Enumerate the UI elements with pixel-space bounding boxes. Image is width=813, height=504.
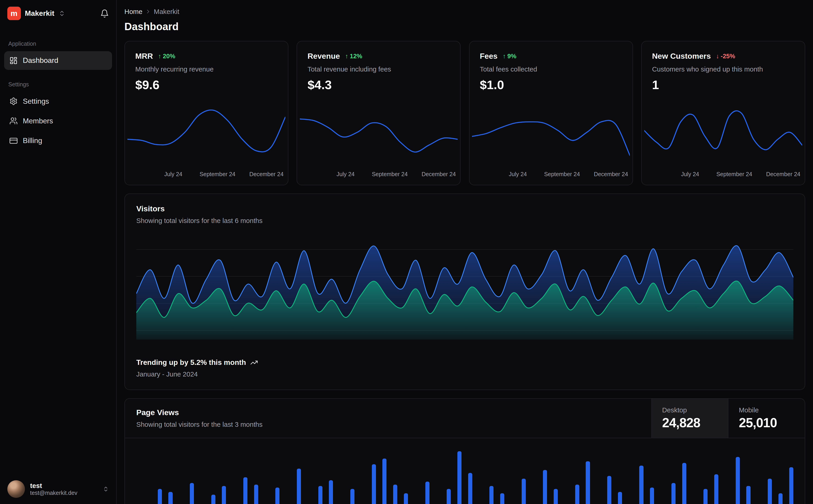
bar xyxy=(778,493,783,504)
mobile-stat-value: 25,010 xyxy=(739,415,794,430)
sidebar-item-label: Members xyxy=(23,117,53,125)
bar xyxy=(329,480,333,504)
page-views-title: Page Views xyxy=(136,408,640,417)
x-axis-label: December 24 xyxy=(766,171,800,178)
stat-title: MRR xyxy=(135,52,153,61)
sparkline-wrap: July 24September 24December 24 xyxy=(469,100,633,178)
bar xyxy=(704,489,708,504)
bar xyxy=(489,486,493,504)
trend-percent: 20% xyxy=(163,53,175,60)
sparkline-chart xyxy=(644,100,802,167)
breadcrumb-current: Makerkit xyxy=(154,8,179,16)
visitors-period: January - June 2024 xyxy=(136,370,793,378)
bar xyxy=(190,483,194,504)
sidebar-item-settings[interactable]: Settings xyxy=(4,92,112,111)
trending-up-icon xyxy=(250,359,258,366)
stat-description: Customers who signed up this month xyxy=(642,65,805,73)
dashboard-icon xyxy=(9,56,18,65)
stat-value: 1 xyxy=(642,78,805,92)
bar xyxy=(768,479,772,504)
settings-nav: Settings Members Billing xyxy=(0,92,116,150)
bar xyxy=(736,457,740,504)
x-axis-label: September 24 xyxy=(544,171,580,178)
bar xyxy=(468,473,472,504)
trend-percent: 9% xyxy=(507,53,516,60)
stat-description: Total revenue including fees xyxy=(297,65,460,73)
x-axis-label: December 24 xyxy=(249,171,284,178)
stat-title: Revenue xyxy=(308,52,340,61)
sidebar-item-label: Settings xyxy=(23,97,49,106)
sidebar-item-members[interactable]: Members xyxy=(4,112,112,130)
visitors-area-chart xyxy=(136,238,793,340)
bar xyxy=(586,461,590,504)
visitors-card: Visitors Showing total visitors for the … xyxy=(124,194,805,390)
bar xyxy=(554,489,558,504)
trend-arrow-icon: ↑ xyxy=(503,53,506,60)
trend-arrow-icon: ↑ xyxy=(158,53,161,60)
x-axis-label: July 24 xyxy=(681,171,699,178)
bar xyxy=(500,493,504,504)
x-axis-label: December 24 xyxy=(421,171,456,178)
visitors-trend-text: Trending up by 5.2% this month xyxy=(136,358,246,367)
user-menu-button[interactable]: test test@makerkit.dev xyxy=(0,474,116,504)
x-axis-label: July 24 xyxy=(164,171,182,178)
mobile-stat-label: Mobile xyxy=(739,406,794,414)
user-info: test test@makerkit.dev xyxy=(30,482,77,496)
trend-arrow-icon: ↑ xyxy=(345,53,348,60)
page-views-subtitle: Showing total visitors for the last 3 mo… xyxy=(136,421,640,428)
sparkline-chart xyxy=(472,100,630,167)
page-views-bar-chart xyxy=(136,445,793,504)
bar xyxy=(297,469,301,504)
app-shell: m Makerkit Application Dashboard Setting… xyxy=(0,0,813,504)
workspace-selector-icon[interactable] xyxy=(58,10,65,17)
sparkline-chart xyxy=(300,100,458,167)
visitors-title: Visitors xyxy=(125,204,805,213)
x-axis-label: December 24 xyxy=(594,171,628,178)
bar xyxy=(158,489,162,504)
bar xyxy=(243,477,248,504)
users-icon xyxy=(9,117,18,125)
bar xyxy=(393,485,397,504)
gear-icon xyxy=(9,97,18,105)
bar xyxy=(425,482,429,504)
page-title: Dashboard xyxy=(124,21,805,33)
bar xyxy=(211,495,216,504)
stat-value: $1.0 xyxy=(469,78,633,92)
x-axis-label: July 24 xyxy=(336,171,355,178)
nav-section-application: Application xyxy=(0,40,116,47)
bar xyxy=(275,488,280,504)
bar xyxy=(168,492,172,504)
trend-badge: ↑ 9% xyxy=(503,53,516,60)
sidebar-item-billing[interactable]: Billing xyxy=(4,131,112,150)
bar xyxy=(714,474,718,504)
notifications-bell-icon[interactable] xyxy=(100,9,109,18)
x-axis-label: September 24 xyxy=(372,171,408,178)
user-avatar xyxy=(7,480,25,498)
bar xyxy=(746,486,750,504)
workspace-header: m Makerkit xyxy=(0,0,116,27)
user-name: test xyxy=(30,482,77,489)
main-content: Home Makerkit Dashboard MRR ↑ 20% Monthl… xyxy=(117,0,813,504)
stat-value: $9.6 xyxy=(125,78,288,92)
bar xyxy=(404,493,408,504)
desktop-stat-toggle[interactable]: Desktop 24,828 xyxy=(651,399,728,438)
trend-percent: 12% xyxy=(350,53,362,60)
stat-card: Fees ↑ 9% Total fees collected $1.0 July… xyxy=(469,41,633,185)
bar xyxy=(254,485,258,504)
sparkline-x-labels: July 24September 24December 24 xyxy=(472,171,630,179)
bar xyxy=(607,476,611,504)
breadcrumb-home-link[interactable]: Home xyxy=(124,8,142,16)
page-views-card: Page Views Showing total visitors for th… xyxy=(124,398,805,504)
chevron-right-icon xyxy=(145,8,151,15)
sparkline-x-labels: July 24September 24December 24 xyxy=(127,171,285,179)
bar xyxy=(522,479,526,504)
breadcrumb: Home Makerkit xyxy=(124,8,805,16)
sidebar-item-dashboard[interactable]: Dashboard xyxy=(4,51,112,70)
bar xyxy=(650,488,654,504)
bar xyxy=(318,486,323,504)
mobile-stat-toggle[interactable]: Mobile 25,010 xyxy=(728,399,805,438)
app-logo: m xyxy=(7,7,21,20)
credit-card-icon xyxy=(9,137,18,145)
x-axis-label: September 24 xyxy=(199,171,236,178)
stat-card: MRR ↑ 20% Monthly recurring revenue $9.6… xyxy=(124,41,288,185)
